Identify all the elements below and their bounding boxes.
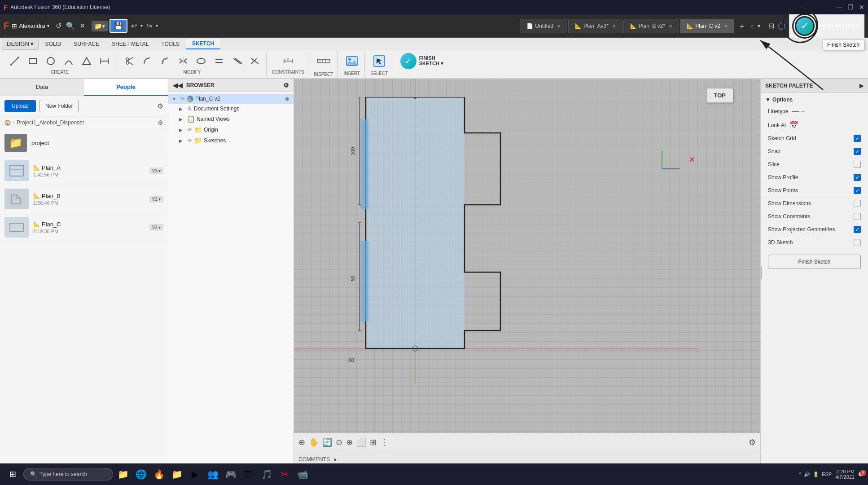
fillet-tool-button[interactable] xyxy=(140,54,155,68)
taskbar-icon-photos[interactable]: 🗔 xyxy=(241,466,257,482)
list-item[interactable]: 📁 project xyxy=(0,129,168,157)
sidebar-tab-data[interactable]: Data xyxy=(0,79,84,96)
sidebar-tab-people[interactable]: People xyxy=(84,79,168,96)
new-folder-button[interactable]: New Folder xyxy=(39,100,79,112)
arc-tool-button[interactable] xyxy=(61,54,76,68)
upload-button[interactable]: Upload xyxy=(4,100,36,112)
tab-plan-bv2-close[interactable]: ✕ xyxy=(669,24,672,29)
tab-nav-left[interactable]: ‹ xyxy=(750,23,755,29)
finish-sketch-ribbon-button[interactable]: ✓ FINISHSKETCH ▾ xyxy=(398,51,446,71)
comments-toggle[interactable]: ● xyxy=(333,456,337,463)
taskbar-clock[interactable]: 2:20 PM 4/7/2021 xyxy=(835,469,855,480)
view-cube-button[interactable]: TOP xyxy=(706,88,734,103)
insert-image-button[interactable] xyxy=(343,53,361,69)
search-icon[interactable]: 🔍 xyxy=(66,22,75,30)
show-profile-checkbox[interactable]: ✓ xyxy=(854,174,861,181)
tab-plan-cv2-close[interactable]: ✕ xyxy=(724,24,728,29)
undo-dropdown-icon[interactable]: ▾ xyxy=(140,23,143,28)
offset-tool-button[interactable] xyxy=(158,54,173,68)
lookat-icon[interactable]: 📅 xyxy=(789,121,798,129)
taskbar-icon-file-explorer[interactable]: 📁 xyxy=(115,466,131,482)
tree-item-named-views[interactable]: ▶ 📋 Named Views xyxy=(168,114,294,124)
finish-sketch-palette-button[interactable]: Finish Sketch xyxy=(768,255,861,269)
dimension-tool-button[interactable]: D xyxy=(281,54,296,68)
file-version-plan-b[interactable]: V2 ▾ xyxy=(149,196,163,203)
trim-tool-button[interactable] xyxy=(122,54,137,68)
file-dropdown-icon[interactable]: 📁▾ xyxy=(92,21,108,31)
grid-icon[interactable]: ⊞ xyxy=(370,437,377,447)
tab-plan-av3[interactable]: 📐 Plan_Av3* ✕ xyxy=(568,19,623,33)
taskbar-icon-edge[interactable]: 🌐 xyxy=(133,466,149,482)
breadcrumb-project[interactable]: Project1_Alcohol_Dispenser xyxy=(17,119,84,126)
minimize-button[interactable]: — xyxy=(836,4,842,11)
list-item[interactable]: 📐 Plan_C 2:19:36 PM V2 ▾ xyxy=(0,213,168,242)
show-constraints-checkbox[interactable] xyxy=(854,213,861,220)
user-area[interactable]: ⊞ Alexandra ▾ xyxy=(12,22,49,30)
sketch-palette-collapse-button[interactable]: ◀ xyxy=(760,266,762,280)
eye-icon[interactable]: 👁 xyxy=(180,96,185,102)
zoom-in-icon[interactable]: ⊕ xyxy=(346,437,353,447)
circle-tool-button[interactable] xyxy=(43,54,58,68)
more-icon[interactable]: ⋮ xyxy=(380,437,388,447)
sketch-palette-expand-icon[interactable]: ▶ xyxy=(859,83,864,89)
canvas-area[interactable]: TOP ✕ 100 50 xyxy=(294,79,760,467)
mirror-tool-button[interactable] xyxy=(175,54,191,68)
eye-origin-icon[interactable]: 👁 xyxy=(187,127,193,133)
tree-record-icon[interactable]: ⏺ xyxy=(285,96,290,102)
breadcrumb-home-icon[interactable]: 🏠 xyxy=(4,119,11,126)
select-all-icon[interactable]: ⊟ xyxy=(768,22,774,30)
refresh-icon[interactable]: ↺ xyxy=(56,22,61,30)
close-icon[interactable]: ✕ xyxy=(79,22,85,30)
tray-network-icon[interactable]: 🔊 xyxy=(804,472,810,477)
design-dropdown-button[interactable]: DESIGN ▾ xyxy=(2,38,39,50)
taskbar-icon-fusion[interactable]: 🔥 xyxy=(151,466,167,482)
show-projected-checkbox[interactable]: ✓ xyxy=(854,226,861,233)
ellipse-tool-button[interactable] xyxy=(193,54,209,68)
3d-sketch-checkbox[interactable] xyxy=(854,239,861,246)
snap-checkbox[interactable]: ✓ xyxy=(854,148,861,155)
taskbar-icon-files[interactable]: 📁 xyxy=(169,466,185,482)
slice-checkbox[interactable] xyxy=(854,161,861,168)
tree-item-root[interactable]: ▼ 👁 📐 Plan_C v2 ⏺ xyxy=(168,94,294,104)
maximize-button[interactable]: ❐ xyxy=(848,4,854,11)
file-version-plan-a[interactable]: V3 ▾ xyxy=(149,168,163,174)
tree-item-document-settings[interactable]: ▶ ⚙ Document Settings xyxy=(168,104,294,114)
taskbar-icon-music[interactable]: 🎵 xyxy=(259,466,275,482)
display-mode-icon[interactable]: ⬜ xyxy=(356,437,366,447)
tab-surface[interactable]: SURFACE xyxy=(67,39,105,49)
tab-sheet-metal[interactable]: SHEET METAL xyxy=(105,39,155,49)
add-tab-button[interactable]: ＋ xyxy=(735,21,749,31)
notification-icon[interactable]: 💬2 xyxy=(858,472,864,477)
taskbar-icon-teams[interactable]: 👥 xyxy=(205,466,221,482)
lang-indicator[interactable]: ESP xyxy=(822,472,832,477)
navigate-icon[interactable]: ⊕ xyxy=(298,437,305,447)
tree-item-origin[interactable]: ▶ 👁 📁 Origin xyxy=(168,124,294,135)
measure-tool-button[interactable] xyxy=(314,52,333,70)
line-tool-button[interactable] xyxy=(7,54,22,68)
taskbar-icon-scissors[interactable]: ✂ xyxy=(276,466,293,482)
options-collapse-icon[interactable]: ▼ xyxy=(765,97,771,103)
hline-tool-button[interactable] xyxy=(97,54,112,68)
tab-plan-av3-close[interactable]: ✕ xyxy=(612,24,616,29)
perpendicular-tool-button[interactable] xyxy=(247,54,263,68)
taskbar-icon-zoom[interactable]: 📹 xyxy=(294,466,311,482)
tab-solid[interactable]: SOLID xyxy=(39,39,67,49)
rectangle-tool-button[interactable] xyxy=(25,54,40,68)
list-item[interactable]: 📐 Plan_B 1:56:46 PM V2 ▾ xyxy=(0,185,168,213)
show-dimensions-checkbox[interactable] xyxy=(854,200,861,207)
tab-untitled[interactable]: 📄 Untitled ✕ xyxy=(520,19,567,33)
file-version-plan-c[interactable]: V2 ▾ xyxy=(149,224,163,231)
tab-plan-cv2[interactable]: 📐 Plan_C v2 ✕ xyxy=(680,19,734,33)
taskbar-icon-media[interactable]: ▶ xyxy=(187,466,203,482)
start-button[interactable]: ⊞ xyxy=(4,465,22,483)
save-button[interactable]: 💾 xyxy=(110,19,127,33)
browser-collapse-icon[interactable]: ◀◀ xyxy=(173,82,183,89)
pan-icon[interactable]: ✋ xyxy=(309,437,319,447)
taskbar-search[interactable]: 🔍 Type here to search xyxy=(23,468,113,481)
redo-button[interactable]: ↪ xyxy=(145,20,154,32)
orbit-icon[interactable]: 🔄 xyxy=(322,437,332,447)
parallel-tool-button[interactable] xyxy=(229,54,245,68)
equal-tool-button[interactable] xyxy=(211,54,227,68)
tab-plan-bv2[interactable]: 📐 Plan_B v2* ✕ xyxy=(623,19,679,33)
taskbar-icon-game[interactable]: 🎮 xyxy=(223,466,239,482)
